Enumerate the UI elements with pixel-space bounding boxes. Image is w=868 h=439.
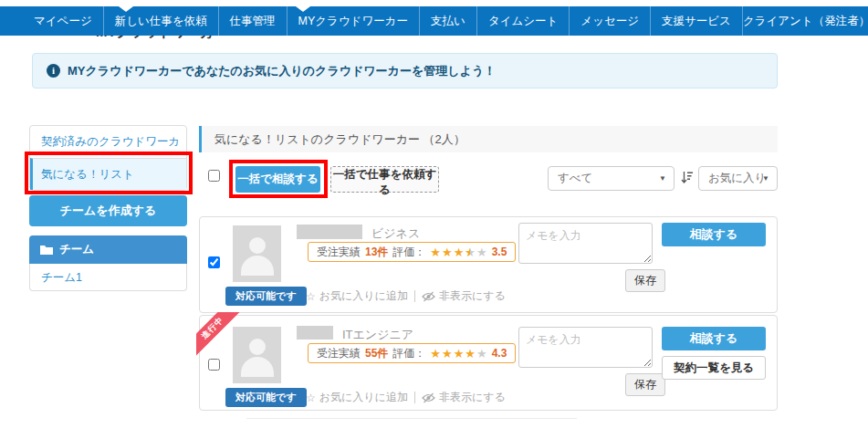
worker-card: 進行中 ITエンジニア 受注実績 55件 評価： ★★★★★ 4.3 対応可能で… [199,315,778,411]
redacted-name [297,326,333,340]
bulk-request-button[interactable]: 一括で仕事を依頼する [330,166,439,193]
nav-notch [296,6,310,12]
create-team-button[interactable]: チームを作成する [29,195,187,226]
star-icon: ★ [430,348,441,360]
add-favorite-link[interactable]: ☆お気に入りに追加 [306,288,408,304]
star-icon: ★ [454,246,465,258]
rating-value: 4.3 [492,347,507,360]
star-icon: ★ [465,348,476,360]
orders-count: 55件 [365,346,388,361]
divider [246,418,577,419]
orders-count: 13件 [365,245,388,260]
avatar[interactable] [233,225,281,282]
star-icon: ★ [442,246,453,258]
folder-icon [40,245,53,255]
team-panel-header: チーム [29,235,187,264]
list-header: 気になる！リストのクラウドワーカー （2人） [199,126,778,152]
star-empty-icon: ★ [476,246,487,258]
star-empty-icon: ★ [476,348,487,360]
sidebar-item-watchlist[interactable]: 気になる！リスト [30,158,186,190]
sidebar-list: 契約済みのクラウドワーカー 気になる！リスト [29,125,187,191]
eye-off-icon [422,392,435,403]
rating-label: 評価： [392,346,425,361]
save-memo-button[interactable]: 保存 [625,269,665,292]
hide-link[interactable]: 非表示にする [422,288,506,304]
consult-button[interactable]: 相談する [662,327,766,350]
rating-box: 受注実績 55件 評価： ★★★★★ 4.3 [308,343,516,363]
redacted-name [297,225,362,239]
nav-item-timesheet[interactable]: タイムシート [477,6,570,36]
star-rating: ★★★★★ [430,348,486,360]
filter-select[interactable]: すべて [548,166,675,191]
star-rating: ★★★★★★ [430,246,486,258]
nav-item-message[interactable]: メッセージ [570,6,651,36]
bulk-consult-button[interactable]: 一括で相談する [235,166,320,193]
nav-item-mypage[interactable]: マイページ [23,6,104,36]
rating-label: 評価： [392,245,425,260]
star-outline-icon: ☆ [306,290,316,303]
hide-link[interactable]: 非表示にする [422,390,506,405]
nav-notch [119,6,133,12]
worker-category: ビジネス [371,225,420,242]
consult-button[interactable]: 相談する [662,223,766,246]
star-icon: ★ [442,348,453,360]
eye-off-icon [422,291,435,302]
orders-label: 受注実績 [317,245,361,260]
worker-checkbox[interactable] [208,256,220,268]
worker-checkbox[interactable] [208,359,220,371]
status-badge: 対応可能です [225,388,307,407]
sort-order-select[interactable]: お気に入り [698,166,778,191]
nav-item-job-manage[interactable]: 仕事管理 [219,6,288,36]
team-item-1[interactable]: チーム1 [29,264,187,291]
memo-input[interactable] [518,223,653,264]
orders-label: 受注実績 [317,346,361,361]
add-favorite-link[interactable]: ☆お気に入りに追加 [306,390,408,405]
sidebar-item-contracted[interactable]: 契約済みのクラウドワーカー [30,126,186,158]
rating-value: 3.5 [492,246,507,258]
star-icon: ★ [430,246,441,258]
rating-box: 受注実績 13件 評価： ★★★★★★ 3.5 [308,242,516,262]
info-icon: i [47,64,60,78]
status-badge: 対応可能です [225,287,307,306]
avatar[interactable] [233,327,281,383]
star-icon: ★ [454,348,465,360]
info-banner: i MYクラウドワーカーであなたのお気に入りのクラウドワーカーを管理しよう！ [32,53,778,89]
star-half-icon: ★★ [465,246,476,258]
worker-card: ビジネス 受注実績 13件 評価： ★★★★★★ 3.5 対応可能です ☆お気に… [199,216,778,313]
team-panel: チーム チーム1 [29,235,187,291]
view-contracts-button[interactable]: 契約一覧を見る [662,356,766,380]
divider [414,392,415,403]
client-menu[interactable]: クライアント（発注者）メニュー [743,14,868,29]
person-icon [249,339,266,355]
worker-category: ITエンジニア [342,327,413,343]
sort-icon[interactable] [681,171,693,184]
nav-item-support[interactable]: 支援サービス [651,6,743,36]
divider [414,290,415,302]
memo-input[interactable] [518,327,653,368]
team-header-label: チーム [59,242,94,257]
select-all-checkbox[interactable] [208,170,220,182]
star-outline-icon: ☆ [306,392,316,404]
nav-item-payment[interactable]: 支払い [420,6,477,36]
client-menu-label: クライアント（発注者）メニュー [743,14,868,29]
save-memo-button[interactable]: 保存 [625,373,665,396]
person-icon [249,237,266,254]
info-banner-text: MYクラウドワーカーであなたのお気に入りのクラウドワーカーを管理しよう！ [68,63,496,79]
